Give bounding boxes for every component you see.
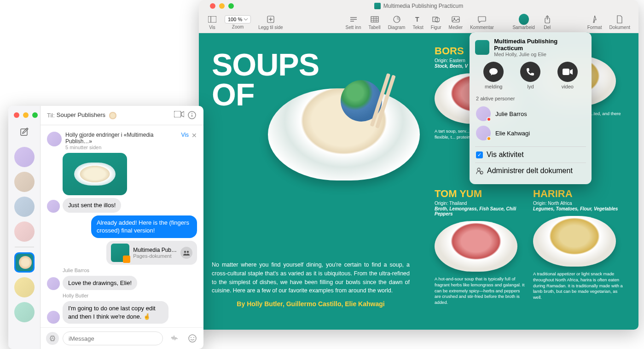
info-button[interactable] — [188, 111, 197, 120]
soup-name: TOM YUM — [435, 188, 527, 200]
pin-subtitle: 5 minutter siden — [65, 145, 179, 150]
manage-shared-label: Administrer delt dokument — [487, 167, 573, 175]
comment-button[interactable]: Kommentar — [466, 15, 498, 30]
facetime-button[interactable] — [174, 111, 183, 120]
popover-title: Multimedia Publishing Practicum — [494, 38, 586, 52]
compose-button[interactable] — [18, 125, 31, 138]
media-label: Medier — [449, 25, 463, 30]
close-window-button[interactable] — [210, 3, 215, 9]
pages-titlebar[interactable]: Multimedia Publishing Practicum — [199, 0, 638, 12]
svg-point-18 — [453, 18, 455, 19]
avatar — [47, 132, 62, 146]
checkbox-checked-icon[interactable]: ✓ — [476, 151, 483, 158]
video-icon — [557, 62, 578, 82]
shape-button[interactable]: Figur — [427, 15, 445, 30]
dictate-icon[interactable] — [170, 335, 179, 342]
zoom-window-button[interactable] — [228, 3, 234, 9]
message-bubble[interactable]: I'm going to do one last copy edit and t… — [63, 301, 168, 324]
svg-rect-25 — [174, 111, 181, 117]
apps-button[interactable]: A — [46, 332, 59, 345]
manage-shared-row[interactable]: Administrer delt dokument — [475, 163, 586, 179]
svg-point-30 — [187, 250, 189, 252]
message-thread[interactable]: Holly gjorde endringer i «Multimedia Pub… — [41, 125, 203, 327]
person-row[interactable]: Elie Kahwagi — [475, 123, 586, 143]
svg-rect-21 — [563, 69, 569, 75]
share-button[interactable]: Del — [539, 15, 556, 30]
messages-sidebar — [8, 106, 41, 349]
conversation-avatar[interactable] — [14, 221, 35, 242]
doc-type: Pages-dokument — [133, 253, 177, 259]
svg-point-34 — [193, 337, 194, 338]
show-link[interactable]: Vis — [181, 132, 189, 138]
zoom-control[interactable]: 100 % Zoom — [221, 15, 255, 29]
conversation-avatar[interactable] — [14, 197, 35, 217]
message-input[interactable] — [63, 332, 163, 345]
collaboration-popover: Multimedia Publishing Practicum Med Holl… — [470, 32, 592, 184]
video-action[interactable]: video — [557, 62, 578, 89]
view-label: Vis — [209, 25, 215, 30]
messages-main: Til: Souper Publishers Holly gjorde endr… — [41, 106, 203, 349]
message-bubble[interactable]: Already added! Here is the (fingers cros… — [91, 215, 197, 238]
pinned-banner: Holly gjorde endringer i «Multimedia Pub… — [47, 129, 197, 153]
soup-ingredients: Broth, Lemongrass, Fish Sauce, Chili Pep… — [435, 206, 527, 216]
message-row: I'm going to do one last copy edit and t… — [47, 301, 197, 324]
minimize-window-button[interactable] — [23, 112, 29, 118]
message-row: Already added! Here is the (fingers cros… — [47, 215, 197, 238]
format-button[interactable]: Format — [584, 15, 606, 30]
conversation-avatar[interactable] — [14, 302, 35, 322]
emoji-button[interactable] — [187, 333, 198, 344]
image-attachment[interactable] — [63, 153, 127, 195]
recipient-name: Souper Publishers — [57, 111, 116, 119]
add-page-button[interactable]: Legg til side — [255, 15, 286, 30]
media-button[interactable]: Medier — [445, 15, 467, 30]
chart-icon — [392, 15, 402, 24]
collaborate-button[interactable]: Samarbeid — [509, 15, 538, 30]
byline: By Holly Butler, Guillermo Castillo, Eli… — [212, 300, 410, 308]
conversation-avatar[interactable] — [14, 147, 35, 167]
person-row[interactable]: Julie Barros — [475, 104, 586, 123]
table-button[interactable]: Tabell — [365, 15, 384, 30]
avatar — [476, 126, 491, 140]
message-icon — [483, 62, 504, 82]
zoom-window-button[interactable] — [32, 112, 38, 118]
person-name: Julie Barros — [495, 111, 527, 117]
message-input-row: A — [41, 327, 203, 349]
table-icon — [370, 15, 380, 24]
audio-action[interactable]: lyd — [520, 62, 540, 89]
message-bubble[interactable]: Just sent the illos! — [63, 198, 121, 213]
conversation-avatar[interactable] — [14, 277, 35, 297]
view-icon — [207, 15, 217, 24]
chart-label: Diagram — [388, 25, 406, 30]
svg-rect-0 — [208, 16, 216, 23]
hero-illustration — [268, 88, 420, 180]
media-icon — [451, 15, 461, 24]
traffic-lights[interactable] — [210, 3, 234, 9]
show-activity-row[interactable]: ✓ Vis aktivitet — [475, 146, 586, 163]
minimize-window-button[interactable] — [219, 3, 225, 9]
doc-thumb-icon — [111, 244, 129, 262]
conversation-avatar-selected[interactable] — [14, 252, 35, 273]
document-button[interactable]: Dokument — [605, 15, 634, 30]
close-window-button[interactable] — [14, 112, 19, 118]
traffic-lights[interactable] — [14, 110, 38, 123]
to-label: Til: — [47, 112, 55, 119]
message-bubble[interactable]: Love the drawings, Elie! — [63, 276, 137, 291]
add-page-label: Legg til side — [258, 25, 283, 30]
view-button[interactable]: Vis — [203, 15, 221, 30]
zoom-value[interactable]: 100 % — [225, 15, 251, 23]
collab-avatar-icon — [519, 15, 529, 24]
message-action[interactable]: melding — [483, 62, 504, 89]
chart-button[interactable]: Diagram — [384, 15, 409, 30]
pages-toolbar: Vis 100 % Zoom Legg til side Sett inn Ta… — [199, 12, 638, 33]
conversation-avatar[interactable] — [14, 172, 35, 192]
doc-name: Multimedia Pub… — [133, 247, 177, 253]
avatar — [47, 311, 60, 324]
pin-title: Holly gjorde endringer i «Multimedia Pub… — [65, 132, 179, 145]
insert-button[interactable]: Sett inn — [342, 15, 365, 30]
avatar — [47, 277, 60, 290]
manage-icon — [476, 167, 483, 174]
active-people-label: 2 aktive personer — [476, 96, 585, 101]
text-button[interactable]: T Tekst — [409, 15, 427, 30]
close-icon[interactable]: ✕ — [191, 132, 197, 139]
document-attachment[interactable]: Multimedia Pub… Pages-dokument — [106, 241, 197, 265]
